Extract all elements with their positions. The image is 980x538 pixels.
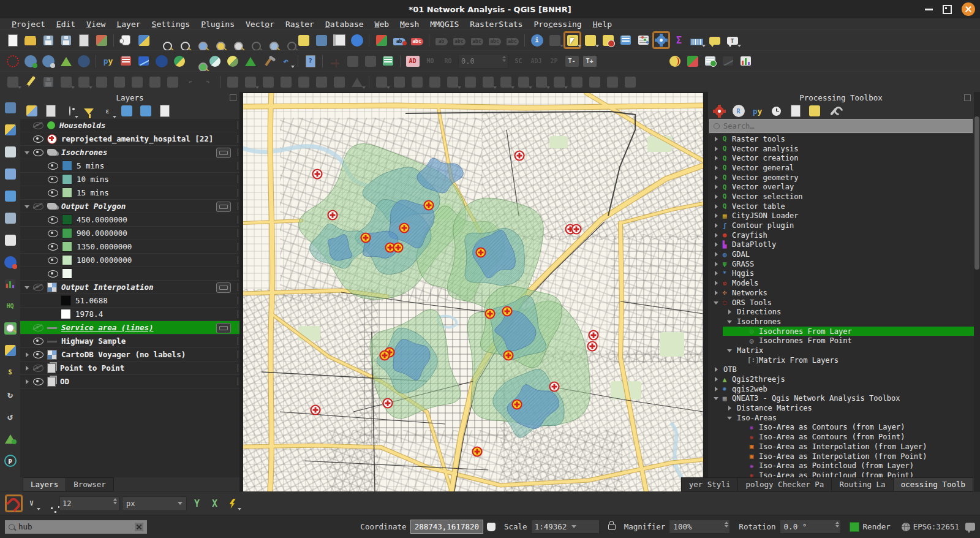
deselect-features-icon[interactable] bbox=[600, 32, 616, 48]
history-icon[interactable] bbox=[768, 103, 785, 119]
rotate-feature-icon[interactable] bbox=[568, 74, 585, 90]
sld4raster-icon[interactable] bbox=[684, 53, 701, 69]
expander-icon[interactable] bbox=[24, 203, 30, 210]
fill-ring-icon[interactable] bbox=[391, 74, 407, 90]
current-edits-icon[interactable] bbox=[4, 74, 21, 90]
map-tips-icon[interactable] bbox=[706, 32, 723, 48]
layer-item-450-0000000[interactable]: 450.0000000 bbox=[20, 213, 239, 227]
feather-quill-icon[interactable] bbox=[2, 165, 18, 182]
layer-item-5-mins[interactable]: 5 mins bbox=[20, 159, 239, 173]
vector-edit-box-icon[interactable] bbox=[2, 210, 18, 226]
contour-plugin-icon[interactable] bbox=[666, 53, 683, 69]
toolbox-item-isochrones-from-layer[interactable]: ◎Isochrones From Layer bbox=[708, 327, 974, 336]
snap-units-combo[interactable]: px bbox=[122, 496, 187, 511]
r-scripts-icon[interactable]: R bbox=[730, 103, 747, 119]
toolbox-item-vector-geometry[interactable]: QVector geometry bbox=[708, 173, 974, 183]
style-manager-icon[interactable] bbox=[93, 32, 110, 48]
expander-icon[interactable] bbox=[24, 352, 30, 358]
crayfish-swirl-icon[interactable] bbox=[171, 53, 187, 69]
web-service-add-icon[interactable] bbox=[22, 53, 39, 69]
toolbox-item-grass[interactable]: ψGRASS bbox=[708, 259, 974, 269]
layer-item-highway-sample[interactable]: Highway Sample bbox=[20, 335, 239, 348]
crs-globe-icon[interactable] bbox=[902, 523, 910, 531]
label-toolbar-options-icon[interactable] bbox=[373, 32, 390, 48]
identify-features-icon[interactable]: i bbox=[529, 32, 545, 48]
menu-web[interactable]: Web bbox=[369, 20, 394, 29]
layer-item-1800-0000000[interactable]: 1800.0000000 bbox=[20, 254, 239, 267]
rotate-label-icon[interactable]: abc bbox=[486, 32, 503, 48]
database-bucket-icon[interactable] bbox=[2, 232, 18, 248]
clear-search-icon[interactable] bbox=[135, 523, 143, 531]
visibility-eye-icon[interactable] bbox=[48, 257, 58, 264]
searchable-globe-icon[interactable] bbox=[75, 53, 92, 69]
expander-icon[interactable] bbox=[713, 395, 719, 401]
toggle-editing-icon[interactable] bbox=[22, 74, 39, 90]
layer-item-900-0000000[interactable]: 900.0000000 bbox=[20, 227, 239, 240]
toolbox-scrollbar[interactable] bbox=[974, 92, 980, 491]
layer-item-51-0688[interactable]: 51.0688 bbox=[20, 294, 239, 308]
expander-icon[interactable] bbox=[713, 280, 719, 286]
messages-icon[interactable] bbox=[965, 523, 975, 531]
crosshair-icon[interactable] bbox=[326, 53, 343, 69]
osm-place-search-icon[interactable] bbox=[153, 53, 170, 69]
new-map-view-icon[interactable] bbox=[295, 32, 312, 48]
change-label-icon[interactable]: abc bbox=[504, 32, 521, 48]
contour-blob-icon[interactable] bbox=[224, 53, 241, 69]
web-service-a-icon[interactable] bbox=[40, 53, 56, 69]
expander-icon[interactable] bbox=[713, 290, 719, 296]
collapse-all-icon[interactable] bbox=[137, 103, 154, 119]
visibility-eye-icon[interactable] bbox=[33, 135, 43, 143]
cut-features-icon[interactable] bbox=[129, 74, 145, 90]
expander-icon[interactable] bbox=[713, 270, 719, 276]
highlight-pinned-labels-icon[interactable]: abc bbox=[451, 32, 467, 48]
processing-toolbox-icon[interactable] bbox=[653, 32, 669, 48]
toolbox-item-iso-area-as-contours-from-layer[interactable]: ❋Iso-Area as Contours (from Layer) bbox=[708, 423, 974, 433]
digitize-shape-icon[interactable] bbox=[75, 74, 92, 90]
attributes-grid-icon[interactable] bbox=[380, 53, 396, 69]
snap-tolerance-spin[interactable]: 12 bbox=[59, 496, 119, 511]
toolbox-item-matrix[interactable]: Matrix bbox=[708, 346, 974, 355]
cad-enable-button[interactable]: AD bbox=[404, 53, 421, 69]
menu-project[interactable]: Project bbox=[6, 20, 51, 29]
p-circle-plugin-icon[interactable]: p bbox=[2, 452, 18, 469]
toolbox-item-iso-area-as-contours-from-point[interactable]: ❋Iso-Area as Contours (from Point) bbox=[708, 432, 974, 442]
ph-globe-icon[interactable] bbox=[2, 254, 18, 270]
expander-icon[interactable] bbox=[713, 184, 719, 190]
toolbox-item-hqgis[interactable]: *Hqgis bbox=[708, 269, 974, 279]
hatch-lines-icon[interactable] bbox=[622, 74, 638, 90]
filter-legend-icon[interactable] bbox=[80, 103, 97, 119]
mesh-comb-icon[interactable] bbox=[2, 188, 18, 204]
redo-edit-icon[interactable]: ↷ bbox=[200, 74, 216, 90]
plugin-reload-icon[interactable]: ↻ bbox=[2, 386, 18, 403]
expander-icon[interactable] bbox=[24, 365, 30, 371]
layer-item-10-mins[interactable]: 10 mins bbox=[20, 173, 239, 186]
scale-combobox[interactable]: 1:49362 bbox=[531, 520, 600, 534]
delete-selected-icon[interactable] bbox=[111, 74, 127, 90]
expander-icon[interactable] bbox=[726, 405, 733, 411]
hqgis-icon[interactable]: HQ bbox=[2, 298, 18, 314]
zoom-out-icon[interactable]: - bbox=[171, 32, 187, 48]
menu-plugins[interactable]: Plugins bbox=[195, 20, 240, 29]
expander-icon[interactable] bbox=[726, 415, 733, 421]
visibility-eye-icon[interactable] bbox=[48, 243, 58, 251]
grid-tool-icon[interactable] bbox=[331, 74, 347, 90]
visibility-eye-icon[interactable] bbox=[48, 176, 58, 183]
close-button[interactable] bbox=[962, 2, 975, 16]
python-scripts-icon[interactable]: py bbox=[749, 103, 766, 119]
manage-map-themes-icon[interactable] bbox=[61, 103, 78, 119]
toolbox-item-isochrones[interactable]: Isochrones bbox=[708, 317, 974, 327]
add-part-icon[interactable] bbox=[409, 74, 425, 90]
expander-icon[interactable] bbox=[713, 203, 719, 210]
topology-checker-icon[interactable] bbox=[362, 53, 379, 69]
new-project-icon[interactable] bbox=[4, 32, 21, 48]
expander-icon[interactable] bbox=[713, 165, 719, 171]
regular-polygon-icon[interactable] bbox=[313, 74, 330, 90]
dock-tab-pology-checker-pa[interactable]: pology Checker Pa bbox=[737, 477, 832, 491]
expander-icon[interactable] bbox=[726, 309, 733, 315]
visibility-eye-icon[interactable] bbox=[33, 338, 43, 345]
qgis2threejs-icon[interactable] bbox=[58, 53, 74, 69]
toolbox-item-ors-tools[interactable]: ◌ORS Tools bbox=[708, 298, 974, 308]
tracing-icon[interactable] bbox=[224, 495, 241, 512]
crs-value[interactable]: EPSG:32651 bbox=[913, 522, 959, 531]
models-menu-icon[interactable] bbox=[711, 103, 728, 119]
